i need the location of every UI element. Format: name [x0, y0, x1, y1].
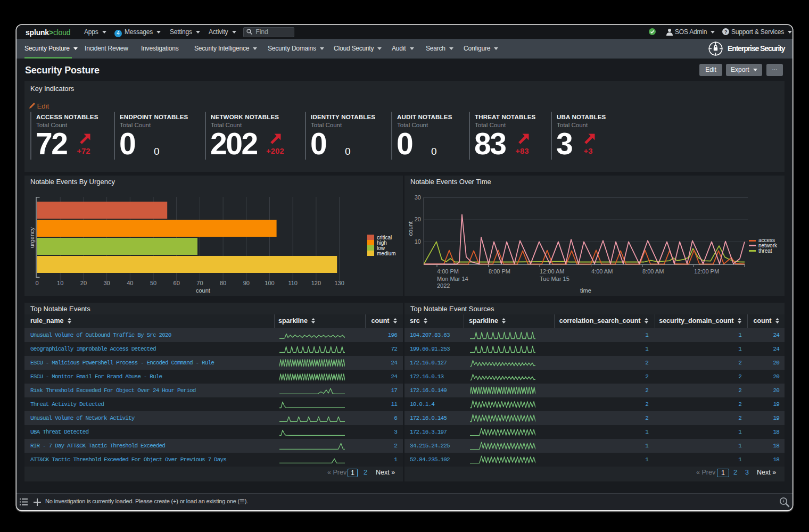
- svg-text:50: 50: [150, 280, 156, 286]
- svg-text:100: 100: [265, 280, 274, 286]
- svg-text:60: 60: [174, 280, 180, 286]
- svg-text:20: 20: [80, 280, 87, 286]
- svg-text:130: 130: [334, 280, 344, 286]
- svg-text:0: 0: [35, 280, 38, 286]
- svg-text:30: 30: [103, 280, 110, 286]
- svg-text:110: 110: [288, 280, 298, 286]
- svg-text:40: 40: [127, 280, 133, 286]
- svg-text:70: 70: [196, 280, 203, 286]
- svg-text:90: 90: [243, 280, 250, 286]
- svg-text:?: ?: [724, 29, 728, 35]
- svg-text:120: 120: [311, 280, 321, 286]
- svg-text:10: 10: [57, 280, 63, 286]
- svg-text:80: 80: [220, 280, 226, 286]
